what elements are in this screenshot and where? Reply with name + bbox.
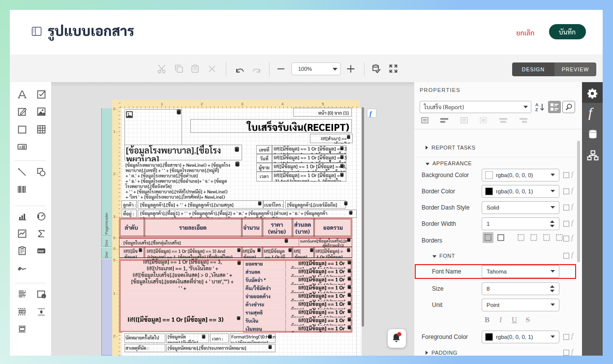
svg-text:Z: Z	[535, 107, 538, 112]
svg-text:a: a	[19, 145, 22, 150]
svg-text:f: f	[369, 110, 372, 117]
svg-text:i: i	[43, 295, 44, 299]
svg-text:PDF: PDF	[38, 250, 44, 253]
svg-text:A: A	[535, 102, 539, 107]
svg-text:b: b	[23, 144, 25, 149]
